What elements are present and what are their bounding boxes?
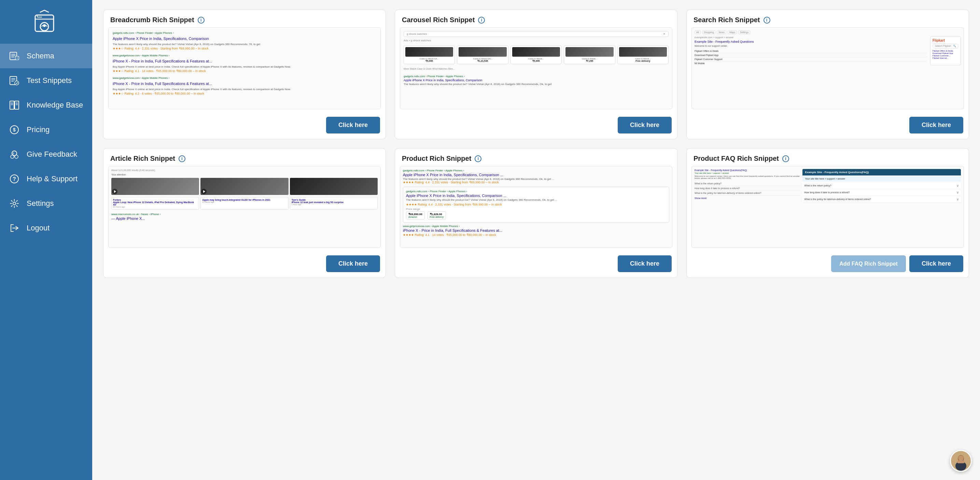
carousel-subtitle: Ads • g shock watches — [404, 39, 668, 42]
svg-point-29 — [11, 155, 14, 158]
pricing-icon: $ — [8, 124, 21, 136]
carousel-item-1: Casio G-Shock GA... ₹5,995 — [404, 45, 455, 64]
sidebar-label-schema: Schema — [27, 52, 54, 60]
card-breadcrumb: Breadcrumb Rich Snippet i gadgets.ndtv.c… — [103, 10, 386, 139]
test-snippets-icon — [8, 75, 21, 87]
svg-rect-0 — [35, 15, 54, 32]
carousel-info-icon[interactable]: i — [478, 17, 485, 24]
sidebar-label-settings: Settings — [27, 199, 54, 208]
breadcrumb-info-icon[interactable]: i — [198, 17, 205, 24]
card-product-title: Product Rich Snippet — [402, 155, 471, 162]
card-product-header: Product Rich Snippet i — [395, 148, 677, 166]
sidebar-item-knowledge-base[interactable]: Knowledge Base — [0, 93, 92, 118]
card-article: Article Rich Snippet i About 3,21,00,000… — [103, 148, 386, 278]
search-preview: All Shopping News Maps Settings examples… — [692, 27, 964, 109]
card-breadcrumb-footer: Click here — [103, 113, 385, 139]
card-carousel-title: Carousel Rich Snippet — [402, 16, 475, 24]
product-click-button[interactable]: Click here — [618, 255, 672, 272]
card-product-footer: Click here — [395, 251, 677, 278]
card-article-footer: Click here — [103, 251, 385, 278]
svg-point-17 — [15, 81, 19, 85]
card-breadcrumb-title: Breadcrumb Rich Snippet — [110, 16, 194, 24]
card-product-faq-title: Product FAQ Rich Snippet — [694, 155, 779, 162]
help-icon: ? — [8, 173, 21, 185]
card-carousel: Carousel Rich Snippet i g shock watches … — [395, 10, 678, 139]
sidebar-label-test-snippets: Test Snippets — [27, 76, 72, 85]
snippet-cards-grid: Breadcrumb Rich Snippet i gadgets.ndtv.c… — [103, 10, 969, 278]
card-product-faq: Product FAQ Rich Snippet i Example Site … — [686, 148, 969, 278]
search-click-button[interactable]: Click here — [909, 117, 963, 134]
sidebar: Schema Test Snippets — [0, 0, 92, 480]
feedback-icon — [8, 148, 21, 161]
sidebar-navigation: Schema Test Snippets — [0, 44, 92, 480]
main-content: Breadcrumb Rich Snippet i gadgets.ndtv.c… — [92, 0, 980, 480]
svg-point-3 — [43, 24, 46, 27]
carousel-search-bar: g shock watches ✕ — [404, 31, 668, 37]
svg-text:$: $ — [13, 127, 16, 132]
card-search-title: Search Rich Snippet — [694, 16, 760, 24]
card-product-faq-footer: Add FAQ Rich Snippet Click here — [687, 251, 969, 278]
sidebar-label-give-feedback: Give Feedback — [27, 150, 77, 159]
sidebar-item-help-support[interactable]: ? Help & Support — [0, 167, 92, 191]
article-info-icon[interactable]: i — [178, 155, 185, 162]
app-logo — [0, 0, 92, 44]
carousel-item-5: Casio G-Shock... Free delivery — [617, 45, 668, 64]
sidebar-label-knowledge-base: Knowledge Base — [27, 101, 83, 110]
product-info-icon[interactable]: i — [475, 155, 482, 162]
card-carousel-footer: Click here — [395, 113, 677, 139]
settings-icon — [8, 197, 21, 210]
sidebar-item-give-feedback[interactable]: Give Feedback — [0, 142, 92, 167]
carousel-item-3: Casio G-Shock... ₹5,995 — [511, 45, 562, 64]
product-faq-preview: Example Site - Frequently Asked Question… — [692, 166, 964, 248]
carousel-click-button[interactable]: Click here — [618, 117, 672, 134]
avatar-badge[interactable] — [950, 450, 972, 472]
sidebar-item-test-snippets[interactable]: Test Snippets — [0, 68, 92, 93]
card-article-title: Article Rich Snippet — [110, 155, 175, 162]
card-search: Search Rich Snippet i All Shopping News … — [686, 10, 969, 139]
svg-rect-41 — [957, 461, 965, 463]
search-info-icon[interactable]: i — [764, 17, 770, 24]
product-faq-info-icon[interactable]: i — [782, 155, 789, 162]
carousel-item-4: Casio G-Shock... ₹7,295 — [564, 45, 615, 64]
logout-icon — [8, 222, 21, 234]
sidebar-label-pricing: Pricing — [27, 125, 49, 134]
sidebar-label-logout: Logout — [27, 224, 49, 232]
carousel-items: Casio G-Shock GA... ₹5,995 Casio G-Shock… — [404, 45, 668, 64]
card-product-faq-header: Product FAQ Rich Snippet i — [687, 148, 969, 166]
product-preview: gadgets.ndtv.com › Phone Finder › Apple … — [400, 166, 672, 248]
breadcrumb-click-button[interactable]: Click here — [326, 117, 380, 134]
carousel-item-2: Casio G-Shock GA... ₹1,23,535 — [457, 45, 508, 64]
svg-text:?: ? — [13, 176, 16, 182]
article-click-button[interactable]: Click here — [326, 255, 380, 272]
sidebar-item-logout[interactable]: Logout — [0, 216, 92, 240]
sidebar-item-pricing[interactable]: $ Pricing — [0, 118, 92, 142]
product-faq-click-button[interactable]: Click here — [909, 255, 963, 272]
sidebar-item-schema[interactable]: Schema — [0, 44, 92, 68]
breadcrumb-preview: gadgets.ndtv.com › Phone Finder › Apple … — [108, 27, 381, 109]
svg-rect-19 — [15, 101, 19, 109]
sidebar-label-help-support: Help & Support — [27, 175, 78, 183]
card-search-header: Search Rich Snippet i — [687, 10, 969, 27]
carousel-preview: g shock watches ✕ Ads • g shock watches … — [400, 27, 672, 109]
card-product: Product Rich Snippet i gadgets.ndtv.com … — [395, 148, 678, 278]
card-carousel-header: Carousel Rich Snippet i — [395, 10, 677, 27]
card-search-footer: Click here — [687, 113, 969, 139]
sidebar-item-settings[interactable]: Settings — [0, 191, 92, 216]
schema-icon — [8, 50, 21, 62]
add-faq-button[interactable]: Add FAQ Rich Snippet — [831, 255, 906, 272]
svg-point-30 — [15, 155, 18, 158]
card-article-header: Article Rich Snippet i — [103, 148, 385, 166]
svg-rect-18 — [10, 101, 14, 109]
svg-point-35 — [13, 202, 16, 205]
svg-point-40 — [958, 455, 964, 461]
card-breadcrumb-header: Breadcrumb Rich Snippet i — [103, 10, 385, 27]
article-preview: About 3,21,00,000 results (0.40 seconds)… — [108, 166, 381, 248]
knowledge-base-icon — [8, 99, 21, 111]
